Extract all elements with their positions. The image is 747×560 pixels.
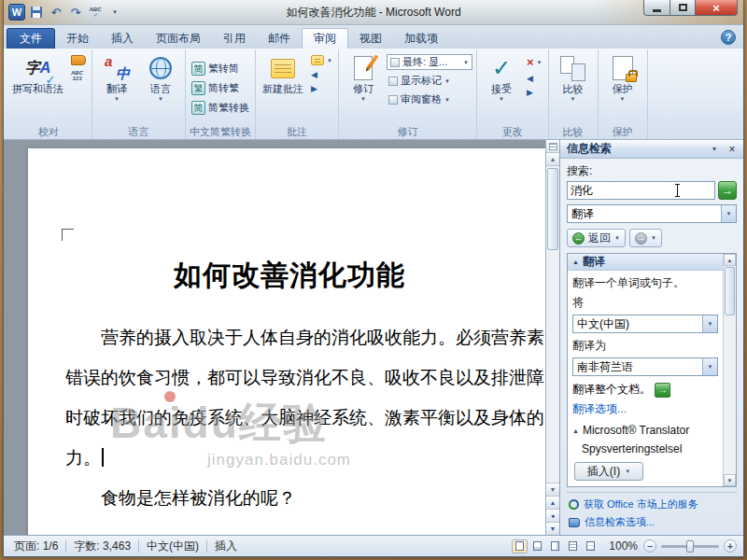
zoom-out-button[interactable]: – — [643, 539, 656, 553]
research-options-link[interactable]: 信息检索选项... — [569, 515, 735, 529]
pane-scrollbar[interactable]: ▲ ▼ — [723, 254, 736, 486]
watermark-url: jingyan.baidu.com — [207, 451, 351, 469]
scrollbar-thumb[interactable] — [547, 168, 558, 250]
tab-addins[interactable]: 加载项 — [393, 28, 449, 49]
word-count-indicator[interactable]: 字数: 3,463 — [70, 539, 134, 554]
get-services-link[interactable]: 获取 Office 市场上的服务 — [569, 497, 735, 511]
provider-header[interactable]: ▲ Microsoft® Translator — [572, 424, 718, 437]
tab-view[interactable]: 视图 — [348, 28, 393, 49]
forward-button[interactable]: → ▼ — [629, 229, 662, 247]
from-language-select[interactable]: 中文(中国) ▼ — [572, 315, 718, 333]
show-markup-button[interactable]: 显示标记▼ — [387, 73, 472, 89]
accept-button[interactable]: ✓ 接受 ▼ — [481, 51, 522, 125]
pane-scroll-up-button[interactable]: ▲ — [724, 254, 736, 266]
translation-options-link[interactable]: 翻译选项... — [572, 401, 718, 417]
tab-page-layout[interactable]: 页面布局 — [145, 28, 212, 49]
pane-scroll-down-button[interactable]: ▼ — [724, 474, 736, 486]
simp-to-trad-button[interactable]: 繁简转繁 — [190, 80, 251, 96]
outline-view-button[interactable] — [565, 539, 581, 553]
vertical-scrollbar[interactable]: ▲ ▼ ▲ ● ▼ — [545, 140, 559, 535]
trad-to-simp-button[interactable]: 简繁转简 — [190, 61, 251, 77]
compare-icon — [560, 56, 585, 81]
start-search-button[interactable]: → — [718, 181, 737, 200]
close-button[interactable]: × — [696, 0, 738, 16]
web-layout-view-button[interactable] — [547, 539, 563, 553]
group-label-protect: 保护 — [602, 125, 643, 139]
language-button[interactable]: 语言 ▼ — [140, 51, 181, 125]
protect-button[interactable]: 保护 ▼ — [602, 51, 643, 125]
maximize-button[interactable] — [670, 0, 696, 16]
scroll-up-button[interactable]: ▲ — [546, 153, 559, 166]
insert-mode-indicator[interactable]: 插入 — [211, 539, 241, 554]
spelling-grammar-button[interactable]: 字A✓ 拼写和语法 — [9, 51, 66, 125]
search-input[interactable] — [567, 181, 715, 200]
undo-button[interactable]: ↶ — [48, 4, 64, 21]
tab-mailings[interactable]: 邮件 — [257, 28, 302, 49]
document-page[interactable]: 如何改善消化功能 营养的摄入取决于人体自身的消化吸收能力。必须营养素 错误的饮食… — [28, 148, 545, 535]
to-language-select[interactable]: 南非荷兰语 ▼ — [572, 357, 718, 376]
zoom-slider-thumb[interactable] — [686, 540, 694, 553]
word-logo-icon[interactable]: W — [8, 4, 25, 21]
research-button[interactable] — [69, 54, 88, 66]
next-page-button[interactable]: ▼ — [546, 522, 559, 535]
delete-comment-button[interactable]: ▼ — [309, 54, 334, 66]
minimize-button[interactable] — [643, 0, 670, 16]
display-for-review-select[interactable]: 最终: 显...▼ — [387, 54, 472, 70]
fullscreen-view-button[interactable] — [529, 539, 545, 553]
language-indicator[interactable]: 中文(中国) — [143, 539, 203, 554]
next-comment-button[interactable]: ▶ — [309, 83, 334, 94]
zoom-slider[interactable] — [661, 545, 719, 548]
save-button[interactable] — [28, 4, 45, 21]
previous-change-button[interactable]: ◀ — [525, 73, 544, 84]
ruler-toggle-button[interactable] — [546, 140, 559, 153]
pencil-icon — [366, 54, 378, 69]
zoom-level[interactable]: 100% — [609, 539, 638, 553]
scope-dropdown-button[interactable]: ▼ — [721, 205, 736, 222]
print-layout-view-button[interactable] — [512, 539, 528, 553]
pane-close-button[interactable]: × — [725, 142, 740, 156]
compare-button[interactable]: 比较 ▼ — [553, 51, 594, 125]
reviewing-pane-button[interactable]: 审阅窗格▼ — [387, 91, 472, 107]
convert-button[interactable]: 简简繁转换 — [190, 100, 251, 116]
previous-comment-button[interactable]: ◀ — [309, 69, 334, 80]
translate-document-button[interactable]: → — [655, 383, 670, 398]
search-scope-select[interactable]: 翻译 ▼ — [567, 204, 737, 223]
scroll-down-button[interactable]: ▼ — [546, 483, 559, 496]
page-indicator[interactable]: 页面: 1/6 — [10, 539, 62, 554]
repeat-button[interactable]: ↷ — [67, 4, 84, 21]
book-icon — [569, 518, 580, 527]
next-page-icon: ▼ — [550, 525, 557, 532]
next-change-button[interactable]: ▶ — [525, 87, 544, 98]
draft-view-button[interactable] — [583, 539, 599, 553]
previous-page-button[interactable]: ▲ — [546, 496, 559, 509]
insert-button[interactable]: 插入(I) ▼ — [574, 462, 643, 481]
scrollbar-track[interactable] — [546, 166, 559, 483]
track-changes-button[interactable]: 修订 ▼ — [343, 51, 384, 125]
browse-object-button[interactable]: ● — [546, 509, 559, 522]
pane-menu-button[interactable]: ▼ — [707, 142, 722, 156]
tab-home[interactable]: 开始 — [55, 28, 100, 49]
tab-insert[interactable]: 插入 — [100, 28, 145, 49]
customize-qat-button[interactable]: ▼ — [106, 4, 123, 21]
zoom-in-button[interactable]: + — [724, 539, 737, 553]
word-count-button[interactable]: ABC123 — [69, 69, 88, 82]
to-dropdown-button[interactable]: ▼ — [702, 358, 717, 375]
lock-icon — [626, 74, 637, 82]
pane-toolbar: ← 返回 ▼ → ▼ — [567, 229, 737, 247]
tab-file[interactable]: 文件 — [7, 28, 55, 49]
pane-scroll-thumb[interactable] — [725, 267, 735, 315]
tab-references[interactable]: 引用 — [212, 28, 257, 49]
pane-scroll-track[interactable] — [724, 266, 736, 474]
new-comment-button[interactable]: 新建批注 — [260, 51, 306, 125]
translate-button[interactable]: a中 翻译 ▼ — [96, 51, 137, 125]
tab-review[interactable]: 审阅 — [302, 28, 348, 49]
paragraph-line-1: 营养的摄入取决于人体自身的消化吸收能力。必须营养素 — [28, 317, 545, 357]
document-area[interactable]: 如何改善消化功能 营养的摄入取决于人体自身的消化吸收能力。必须营养素 错误的饮食… — [4, 140, 545, 535]
spelling-qat-button[interactable]: ABC✓ — [87, 4, 104, 21]
section-translation-header[interactable]: ▲ 翻译 — [568, 254, 723, 271]
translation-result: Spysverteringstelsel — [582, 442, 718, 455]
back-button[interactable]: ← 返回 ▼ — [567, 229, 626, 247]
from-dropdown-button[interactable]: ▼ — [702, 315, 717, 332]
help-icon[interactable]: ? — [721, 30, 736, 45]
reject-button[interactable]: ×▼ — [525, 54, 544, 70]
